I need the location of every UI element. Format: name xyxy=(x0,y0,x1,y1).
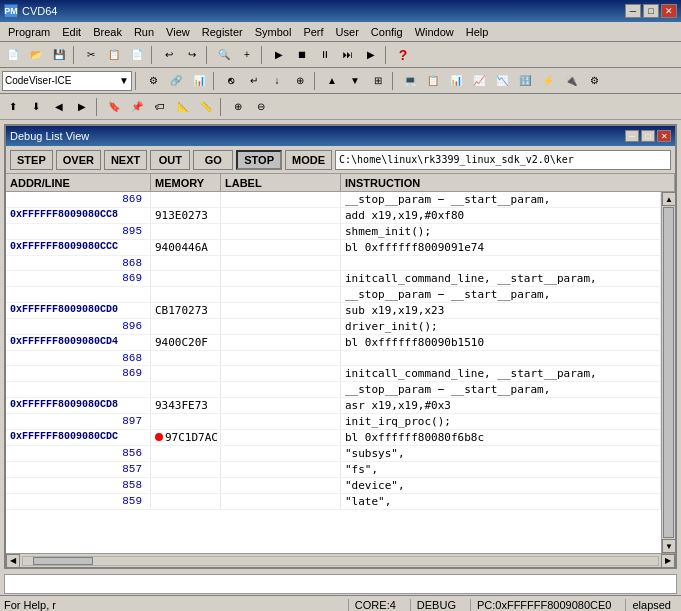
mode-button[interactable]: MODE xyxy=(285,150,332,170)
table-row[interactable]: 0xFFFFFF8009080CD49400C20Fbl 0xffffff800… xyxy=(6,335,661,351)
tb-undo-btn[interactable]: ↩ xyxy=(158,45,180,65)
tb2-btn-8[interactable]: ▲ xyxy=(321,71,343,91)
go-button[interactable]: GO xyxy=(193,150,233,170)
tb2-btn-9[interactable]: ▼ xyxy=(344,71,366,91)
table-row[interactable]: 858 "device", xyxy=(6,478,661,494)
menu-register[interactable]: Register xyxy=(196,24,249,40)
table-row[interactable]: __stop__param − __start__param, xyxy=(6,382,661,398)
tb2-btn-7[interactable]: ⊕ xyxy=(289,71,311,91)
device-dropdown[interactable]: CodeViser-ICE ▼ xyxy=(2,71,132,91)
table-row[interactable]: 897 init_irq_proc(); xyxy=(6,414,661,430)
tb3-btn-1[interactable]: ⬆ xyxy=(2,97,24,117)
tb2-btn-17[interactable]: ⚡ xyxy=(537,71,559,91)
tb2-btn-3[interactable]: 📊 xyxy=(188,71,210,91)
tb2-btn-12[interactable]: 📋 xyxy=(422,71,444,91)
tb3-btn-2[interactable]: ⬇ xyxy=(25,97,47,117)
table-row[interactable]: 859 "late", xyxy=(6,494,661,510)
tb-go-btn[interactable]: ▶ xyxy=(360,45,382,65)
tb-cut-btn[interactable]: ✂ xyxy=(80,45,102,65)
tb2-btn-13[interactable]: 📊 xyxy=(445,71,467,91)
over-button[interactable]: OVER xyxy=(56,150,101,170)
tb2-btn-4[interactable]: ⎋ xyxy=(220,71,242,91)
hscroll-thumb[interactable] xyxy=(33,557,93,565)
tb2-btn-11[interactable]: 💻 xyxy=(399,71,421,91)
table-row[interactable]: 0xFFFFFF8009080CD89343FE73asr x19,x19,#0… xyxy=(6,398,661,414)
table-row[interactable]: 0xFFFFFF8009080CD0CB170273sub x19,x19,x2… xyxy=(6,303,661,319)
tb2-btn-18[interactable]: 🔌 xyxy=(560,71,582,91)
menu-symbol[interactable]: Symbol xyxy=(249,24,298,40)
next-button[interactable]: NEXT xyxy=(104,150,147,170)
tb3-btn-9[interactable]: 📏 xyxy=(195,97,217,117)
tb2-btn-6[interactable]: ↓ xyxy=(266,71,288,91)
tb-stop-btn[interactable]: ⏹ xyxy=(291,45,313,65)
debug-close-btn[interactable]: ✕ xyxy=(657,130,671,142)
hscroll-track[interactable] xyxy=(22,556,659,566)
command-input-bar[interactable] xyxy=(4,574,677,594)
menu-program[interactable]: Program xyxy=(2,24,56,40)
menu-config[interactable]: Config xyxy=(365,24,409,40)
tb3-btn-3[interactable]: ◀ xyxy=(48,97,70,117)
debug-scroll-area[interactable]: 869 __stop__param − __start__param,0xFFF… xyxy=(6,192,661,553)
tb2-btn-15[interactable]: 📉 xyxy=(491,71,513,91)
tb3-btn-10[interactable]: ⊕ xyxy=(227,97,249,117)
tb-find-btn[interactable]: 🔍 xyxy=(213,45,235,65)
tb2-btn-19[interactable]: ⚙ xyxy=(583,71,605,91)
scroll-up-arrow[interactable]: ▲ xyxy=(662,192,675,206)
table-row[interactable]: 0xFFFFFF8009080CCC9400446Abl 0xffffff800… xyxy=(6,240,661,256)
tb2-btn-14[interactable]: 📈 xyxy=(468,71,490,91)
scroll-right-arrow[interactable]: ▶ xyxy=(661,554,675,568)
out-button[interactable]: OUT xyxy=(150,150,190,170)
table-row[interactable]: 868 xyxy=(6,351,661,366)
tb2-btn-2[interactable]: 🔗 xyxy=(165,71,187,91)
table-row[interactable]: 896 driver_init(); xyxy=(6,319,661,335)
tb2-btn-16[interactable]: 🔢 xyxy=(514,71,536,91)
tb-new-btn[interactable]: 📄 xyxy=(2,45,24,65)
tb3-btn-7[interactable]: 🏷 xyxy=(149,97,171,117)
scroll-down-arrow[interactable]: ▼ xyxy=(662,539,675,553)
tb3-btn-5[interactable]: 🔖 xyxy=(103,97,125,117)
tb2-btn-10[interactable]: ⊞ xyxy=(367,71,389,91)
vertical-scrollbar[interactable]: ▲ ▼ xyxy=(661,192,675,553)
menu-perf[interactable]: Perf xyxy=(297,24,329,40)
tb3-btn-6[interactable]: 📌 xyxy=(126,97,148,117)
table-row[interactable]: 0xFFFFFF8009080CDC97C1D7ACbl 0xffffff800… xyxy=(6,430,661,446)
maximize-button[interactable]: □ xyxy=(643,4,659,18)
menu-user[interactable]: User xyxy=(330,24,365,40)
tb2-btn-1[interactable]: ⚙ xyxy=(142,71,164,91)
horizontal-scrollbar[interactable]: ◀ ▶ xyxy=(6,553,675,567)
step-button[interactable]: STEP xyxy=(10,150,53,170)
menu-break[interactable]: Break xyxy=(87,24,128,40)
table-row[interactable]: 868 xyxy=(6,256,661,271)
menu-view[interactable]: View xyxy=(160,24,196,40)
stop-button[interactable]: STOP xyxy=(236,150,282,170)
menu-window[interactable]: Window xyxy=(409,24,460,40)
tb-find-next-btn[interactable]: + xyxy=(236,45,258,65)
menu-run[interactable]: Run xyxy=(128,24,160,40)
tb-help-btn[interactable]: ? xyxy=(392,45,414,65)
scroll-left-arrow[interactable]: ◀ xyxy=(6,554,20,568)
tb-copy-btn[interactable]: 📋 xyxy=(103,45,125,65)
tb2-btn-5[interactable]: ↵ xyxy=(243,71,265,91)
table-row[interactable]: 895 shmem_init(); xyxy=(6,224,661,240)
scroll-thumb[interactable] xyxy=(663,207,674,538)
table-row[interactable]: 0xFFFFFF8009080CC8913E0273add x19,x19,#0… xyxy=(6,208,661,224)
table-row[interactable]: 856 "subsys", xyxy=(6,446,661,462)
debug-maximize-btn[interactable]: □ xyxy=(641,130,655,142)
table-row[interactable]: 869 __stop__param − __start__param, xyxy=(6,192,661,208)
command-input[interactable] xyxy=(7,578,674,591)
tb-step-btn[interactable]: ⏭ xyxy=(337,45,359,65)
tb3-btn-11[interactable]: ⊖ xyxy=(250,97,272,117)
tb-redo-btn[interactable]: ↪ xyxy=(181,45,203,65)
tb3-btn-4[interactable]: ▶ xyxy=(71,97,93,117)
table-row[interactable]: 857 "fs", xyxy=(6,462,661,478)
tb-paste-btn[interactable]: 📄 xyxy=(126,45,148,65)
close-button[interactable]: ✕ xyxy=(661,4,677,18)
table-row[interactable]: __stop__param − __start__param, xyxy=(6,287,661,303)
tb3-btn-8[interactable]: 📐 xyxy=(172,97,194,117)
tb-save-btn[interactable]: 💾 xyxy=(48,45,70,65)
tb-run-btn[interactable]: ▶ xyxy=(268,45,290,65)
table-row[interactable]: 869 initcall_command_line, __start__para… xyxy=(6,271,661,287)
tb-open-btn[interactable]: 📂 xyxy=(25,45,47,65)
debug-minimize-btn[interactable]: ─ xyxy=(625,130,639,142)
minimize-button[interactable]: ─ xyxy=(625,4,641,18)
